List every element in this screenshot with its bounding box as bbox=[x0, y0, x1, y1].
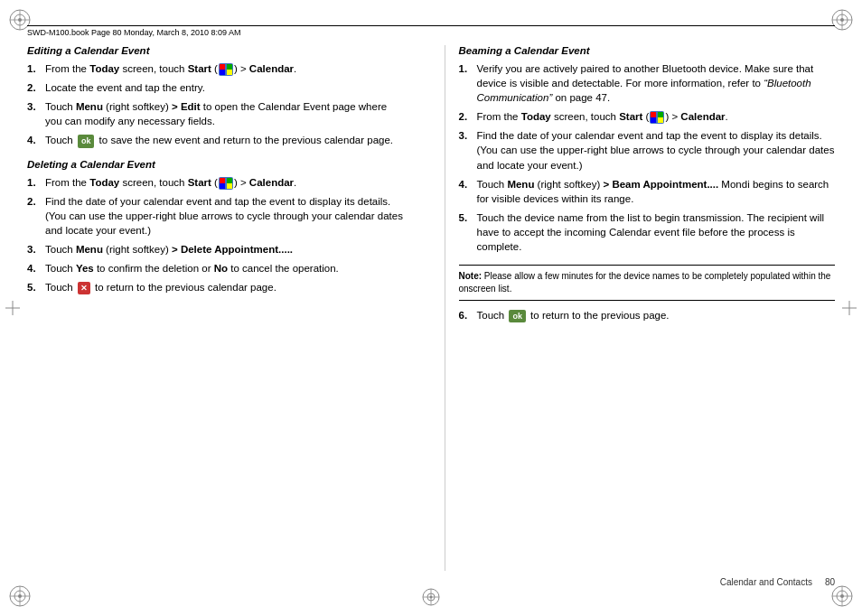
list-item: 3. Touch Menu (right softkey) > Edit to … bbox=[27, 99, 404, 128]
note-label: Note: bbox=[459, 271, 483, 281]
cross-mark-right bbox=[842, 301, 857, 315]
list-item: 4. Touch Menu (right softkey) > Beam App… bbox=[459, 177, 836, 206]
ok-button-icon: ok bbox=[78, 135, 95, 148]
list-item: 4. Touch Yes to confirm the deletion or … bbox=[27, 261, 404, 275]
section-title-deleting: Deleting a Calendar Event bbox=[27, 159, 404, 170]
deleting-list: 1. From the Today screen, touch Start ()… bbox=[27, 175, 404, 295]
svg-rect-42 bbox=[651, 117, 656, 123]
svg-rect-35 bbox=[220, 178, 225, 183]
corner-decoration-bl bbox=[7, 583, 33, 609]
note-box: Note: Please allow a few minutes for the… bbox=[459, 265, 836, 301]
svg-rect-37 bbox=[220, 183, 225, 189]
svg-rect-33 bbox=[227, 70, 232, 75]
footer-section: Calendar and Contacts bbox=[720, 577, 812, 587]
list-item: 5. Touch ✕ to return to the previous cal… bbox=[27, 280, 404, 294]
main-content: Editing a Calendar Event 1. From the Tod… bbox=[27, 45, 835, 571]
svg-rect-40 bbox=[651, 112, 656, 117]
svg-point-9 bbox=[840, 18, 844, 22]
note-text: Please allow a few minutes for the devic… bbox=[459, 271, 831, 294]
list-item: 5. Touch the device name from the list t… bbox=[459, 210, 836, 254]
center-bottom-mark bbox=[421, 587, 441, 607]
beaming-list-continued: 6. Touch ok to return to the previous pa… bbox=[459, 308, 836, 322]
list-item: 1. From the Today screen, touch Start ()… bbox=[27, 61, 404, 76]
right-column: Beaming a Calendar Event 1. Verify you a… bbox=[445, 45, 836, 571]
cross-mark-left bbox=[5, 301, 20, 315]
list-item: 2. Locate the event and tap the entry. bbox=[27, 80, 404, 95]
left-column: Editing a Calendar Event 1. From the Tod… bbox=[27, 45, 417, 571]
list-item: 4. Touch ok to save the new event and re… bbox=[27, 133, 404, 147]
editing-list: 1. From the Today screen, touch Start ()… bbox=[27, 61, 404, 148]
svg-rect-38 bbox=[227, 183, 232, 189]
header-text: SWD-M100.book Page 80 Monday, March 8, 2… bbox=[27, 28, 240, 37]
list-item: 6. Touch ok to return to the previous pa… bbox=[459, 308, 836, 322]
list-item: 2. Find the date of your calendar event … bbox=[27, 194, 404, 238]
svg-rect-41 bbox=[658, 112, 663, 117]
svg-point-19 bbox=[840, 594, 844, 598]
svg-point-14 bbox=[18, 594, 22, 598]
ok-button-icon-2: ok bbox=[509, 310, 526, 323]
footer-bar: Calendar and Contacts 80 bbox=[27, 577, 835, 587]
list-item: 1. From the Today screen, touch Start ()… bbox=[27, 175, 404, 190]
list-item: 1. Verify you are actively paired to ano… bbox=[459, 61, 836, 105]
header-bar: SWD-M100.book Page 80 Monday, March 8, 2… bbox=[27, 25, 835, 39]
close-button-icon: ✕ bbox=[78, 282, 90, 295]
svg-rect-43 bbox=[658, 117, 663, 123]
list-item: 3. Touch Menu (right softkey) > Delete A… bbox=[27, 242, 404, 257]
footer-page: 80 bbox=[825, 577, 835, 587]
svg-rect-32 bbox=[220, 70, 225, 75]
svg-point-4 bbox=[18, 18, 22, 22]
beaming-list: 1. Verify you are actively paired to ano… bbox=[459, 61, 836, 254]
list-item: 3. Find the date of your calendar event … bbox=[459, 128, 836, 172]
footer-spacer bbox=[812, 577, 825, 587]
section-title-beaming: Beaming a Calendar Event bbox=[459, 45, 836, 56]
svg-rect-36 bbox=[227, 178, 232, 183]
corner-decoration-br bbox=[829, 583, 855, 609]
svg-point-28 bbox=[430, 596, 433, 599]
list-item: 2. From the Today screen, touch Start ()… bbox=[459, 109, 836, 124]
section-title-editing: Editing a Calendar Event bbox=[27, 45, 404, 56]
svg-rect-30 bbox=[220, 64, 225, 70]
svg-rect-31 bbox=[227, 64, 232, 70]
